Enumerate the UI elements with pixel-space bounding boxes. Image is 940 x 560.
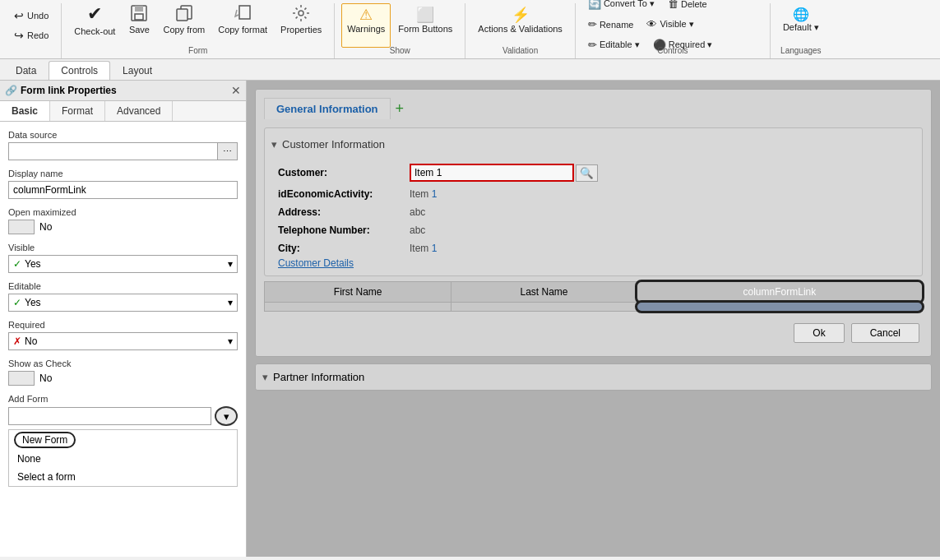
main-tabs: Data Controls Layout: [0, 59, 940, 81]
col-column-form-link[interactable]: columnFormLink: [637, 282, 922, 303]
general-information-tab[interactable]: General Information: [264, 98, 391, 119]
table-row: Address: abc: [271, 203, 915, 221]
cell-last-name: [451, 303, 637, 312]
data-table-container: First Name Last Name columnFormLink: [264, 281, 923, 312]
redo-button[interactable]: ↪ Redo: [8, 26, 54, 44]
properties-label: Properties: [280, 25, 322, 35]
visible-select[interactable]: ✓ Yes ▾: [8, 255, 238, 273]
open-maximized-toggle[interactable]: [8, 220, 35, 234]
default-button[interactable]: 🌐 Default ▾: [777, 4, 825, 47]
toolbar-group-show: ⚠ Warnings ⬜ Form Buttons Show: [335, 3, 465, 58]
show-group-label: Show: [335, 46, 465, 55]
city-value: Item 1: [403, 239, 915, 257]
show-as-check-value: No: [39, 373, 52, 384]
svg-point-5: [299, 11, 303, 16]
save-button[interactable]: Save: [123, 1, 155, 49]
main-layout: 🔗 Form link Properties ✕ Basic Format Ad…: [0, 81, 940, 557]
add-form-dropdown-menu: New Form None Select a form: [8, 429, 238, 487]
panel-tab-advanced[interactable]: Advanced: [105, 101, 173, 121]
data-source-label: Data source: [8, 130, 238, 140]
svg-rect-2: [135, 14, 143, 20]
customer-input[interactable]: [410, 164, 574, 182]
dropdown-item-new-form[interactable]: New Form: [14, 432, 76, 448]
toolbar-group-languages: 🌐 Default ▾ Languages: [771, 3, 831, 58]
cell-column-form-link: [637, 303, 922, 312]
editable-select[interactable]: ✓ Yes ▾: [8, 294, 238, 312]
visible-check-icon: ✓: [13, 258, 21, 270]
open-maximized-label: Open maximized: [8, 207, 238, 217]
tab-layout[interactable]: Layout: [110, 61, 164, 80]
dialog-buttons: Ok Cancel: [264, 318, 923, 348]
form-tab-header: General Information +: [264, 98, 923, 119]
show-as-check-label: Show as Check: [8, 359, 238, 368]
customer-info-section: ▾ Customer Information Customer: 🔍: [264, 127, 923, 276]
properties-button[interactable]: Properties: [275, 1, 327, 49]
col-first-name[interactable]: First Name: [265, 282, 451, 303]
visible-button[interactable]: 👁 Visible ▾: [641, 16, 699, 35]
rename-button[interactable]: ✏ Rename: [582, 16, 640, 35]
add-form-dropdown-button[interactable]: ▾: [215, 406, 238, 426]
display-name-input[interactable]: [8, 181, 238, 199]
panel-title: Form link Properties: [21, 85, 117, 96]
languages-group-label: Languages: [771, 46, 831, 55]
tab-data[interactable]: Data: [3, 61, 49, 80]
add-form-input[interactable]: [8, 407, 211, 425]
data-source-input[interactable]: [9, 143, 217, 160]
editable-chevron-icon: ▾: [228, 297, 233, 308]
visible-field-label: Visible: [8, 243, 238, 252]
collapse-partner-icon[interactable]: ▾: [262, 371, 268, 383]
add-form-label: Add Form: [8, 394, 238, 404]
col-last-name[interactable]: Last Name: [451, 282, 637, 303]
toolbar: ↩ Undo ↪ Redo ✔ Check-out Save Copy from: [0, 0, 940, 59]
actions-validations-label: Actions & Validations: [478, 24, 563, 34]
data-source-browse-button[interactable]: ⋯: [217, 143, 237, 160]
panel-tab-basic[interactable]: Basic: [0, 101, 50, 121]
properties-panel: 🔗 Form link Properties ✕ Basic Format Ad…: [0, 81, 247, 557]
visible-value: Yes: [25, 258, 41, 270]
form-buttons-button[interactable]: ⬜ Form Buttons: [392, 3, 458, 48]
tab-controls[interactable]: Controls: [49, 61, 110, 80]
address-value: abc: [403, 203, 915, 221]
show-as-check-toggle[interactable]: [8, 371, 35, 386]
partner-section-title: Partner Information: [273, 371, 364, 383]
check-out-button[interactable]: ✔ Check-out: [68, 1, 121, 50]
undo-label: Undo: [27, 11, 49, 21]
visible-chevron-icon: ▾: [228, 258, 233, 270]
panel-tab-format[interactable]: Format: [50, 101, 105, 121]
required-value: No: [25, 336, 37, 347]
customer-search-button[interactable]: 🔍: [576, 164, 598, 182]
table-header-row: First Name Last Name columnFormLink: [265, 282, 923, 303]
toolbar-group-form: ✔ Check-out Save Copy from Copy format P…: [62, 3, 335, 58]
add-tab-button[interactable]: +: [396, 100, 405, 118]
table-row: Customer: 🔍: [271, 160, 915, 185]
editable-check-icon: ✓: [13, 297, 21, 308]
collapse-customer-icon[interactable]: ▾: [271, 138, 277, 150]
warnings-button[interactable]: ⚠ Warnings: [341, 3, 391, 48]
form-buttons-label: Form Buttons: [398, 24, 452, 34]
visible-label: Visible ▾: [660, 19, 693, 30]
open-maximized-group: Open maximized No: [8, 207, 238, 234]
add-form-group: Add Form ▾ New Form None Select a form: [8, 394, 238, 487]
customer-section-title: Customer Information: [282, 138, 385, 150]
editable-field-label: Editable: [8, 281, 238, 291]
delete-button[interactable]: 🗑 Delete: [662, 0, 713, 14]
actions-validations-button[interactable]: ⚡ Actions & Validations: [472, 3, 568, 48]
ok-button[interactable]: Ok: [794, 323, 844, 343]
customer-details-link[interactable]: Customer Details: [271, 254, 360, 272]
customer-value-cell: 🔍: [403, 160, 915, 185]
panel-body: Data source ⋯ Display name Open maximize…: [0, 122, 246, 557]
undo-button[interactable]: ↩ Undo: [8, 7, 54, 25]
dropdown-item-none[interactable]: None: [9, 450, 237, 468]
required-select[interactable]: ✗ No ▾: [8, 332, 238, 350]
copy-format-button[interactable]: Copy format: [212, 1, 273, 49]
cancel-button[interactable]: Cancel: [851, 323, 919, 343]
check-out-label: Check-out: [74, 26, 115, 36]
convert-to-button[interactable]: 🔄 Convert To ▾: [582, 0, 660, 14]
copy-from-button[interactable]: Copy from: [157, 1, 211, 49]
panel-icon: 🔗: [5, 85, 17, 96]
form-group-label: form: [62, 46, 334, 55]
panel-close-button[interactable]: ✕: [231, 84, 241, 97]
toolbar-group-undo-redo: ↩ Undo ↪ Redo: [2, 3, 62, 58]
dropdown-item-select-a-form[interactable]: Select a form: [9, 468, 237, 486]
required-check-icon: ✗: [13, 336, 21, 347]
